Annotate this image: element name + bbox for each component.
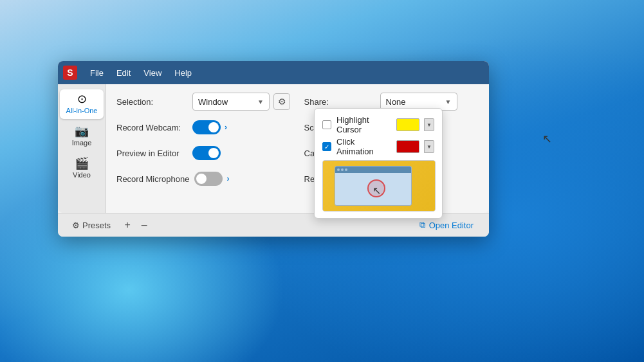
menu-help[interactable]: Help — [169, 66, 197, 80]
editor-icon: ⧉ — [419, 220, 425, 230]
image-icon: 📷 — [75, 125, 89, 137]
record-webcam-chevron[interactable]: › — [225, 123, 227, 132]
sidebar-label-image: Image — [72, 139, 92, 147]
record-webcam-row: Record Webcam: › — [116, 116, 291, 138]
highlight-color-swatch[interactable] — [396, 118, 419, 131]
sidebar-item-video[interactable]: 🎬 Video — [60, 154, 104, 183]
selection-row: Selection: Window ▼ ⚙ — [116, 91, 291, 113]
more-button[interactable]: – — [136, 217, 152, 233]
click-animation-row: ✓ Click Animation ▼ — [322, 137, 434, 156]
record-microphone-toggle-thumb — [196, 174, 207, 184]
record-microphone-row: Record Microphone › — [116, 168, 291, 190]
preview-label: Preview in Editor — [116, 149, 187, 158]
share-value: None — [386, 97, 443, 107]
preview-toggle-thumb — [208, 148, 219, 158]
add-button[interactable]: + — [120, 217, 135, 233]
sidebar-item-image[interactable]: 📷 Image — [60, 122, 104, 151]
preview-cursor-icon: ↖ — [373, 185, 381, 197]
open-editor-label: Open Editor — [429, 221, 474, 230]
selection-dropdown[interactable]: Window ▼ — [192, 93, 270, 111]
menu-bar: File Edit View Help — [85, 66, 197, 80]
presets-area: ⚙ Presets + – — [67, 217, 152, 233]
popup-preview: ↖ — [322, 160, 436, 212]
menu-file[interactable]: File — [85, 66, 109, 80]
mouse-cursor: ↖ — [542, 132, 552, 146]
click-animation-checkbox[interactable]: ✓ — [322, 142, 331, 151]
all-in-one-icon: ⊙ — [77, 93, 87, 105]
menu-view[interactable]: View — [138, 66, 167, 80]
menu-edit[interactable]: Edit — [111, 66, 136, 80]
title-bar: S File Edit View Help — [58, 61, 489, 84]
selection-label: Selection: — [116, 97, 187, 107]
open-editor-button[interactable]: ⧉ Open Editor — [413, 217, 480, 233]
sidebar-label-all-in-one: All-in-One — [66, 107, 98, 115]
pw-dot-1 — [337, 168, 340, 171]
selection-value: Window — [198, 97, 255, 107]
sidebar-label-video: Video — [73, 171, 91, 179]
click-color-dropdown[interactable]: ▼ — [424, 140, 434, 153]
app-logo: S — [63, 66, 77, 80]
record-webcam-toggle[interactable] — [192, 120, 221, 134]
highlight-cursor-label: Highlight Cursor — [336, 115, 391, 134]
sidebar-item-all-in-one[interactable]: ⊙ All-in-One — [60, 89, 104, 119]
add-buttons: + – — [120, 217, 152, 233]
sidebar: ⊙ All-in-One 📷 Image 🎬 Video — [58, 84, 106, 213]
pw-dot-3 — [345, 168, 347, 171]
click-color-swatch[interactable] — [396, 140, 419, 153]
preview-row: Preview in Editor — [116, 142, 291, 164]
share-dropdown-arrow: ▼ — [445, 98, 452, 105]
record-microphone-label: Record Microphone — [116, 174, 189, 184]
video-icon: 🎬 — [75, 158, 89, 169]
presets-gear-icon: ⚙ — [72, 221, 80, 230]
preview-toggle[interactable] — [192, 146, 221, 160]
record-microphone-toggle-wrap: › — [194, 172, 229, 186]
record-webcam-toggle-thumb — [208, 122, 219, 132]
highlight-cursor-row: Highlight Cursor ▼ — [322, 115, 434, 134]
cursor-settings-popup: Highlight Cursor ▼ ✓ Click Animation ▼ ↖ — [314, 108, 443, 219]
presets-label: Presets — [82, 221, 111, 230]
highlight-cursor-checkbox[interactable] — [322, 120, 331, 129]
selection-dropdown-arrow: ▼ — [257, 98, 264, 105]
preview-toggle-wrap — [192, 146, 221, 160]
preview-window-bar — [335, 167, 411, 173]
presets-button[interactable]: ⚙ Presets — [67, 218, 116, 233]
record-microphone-toggle[interactable] — [194, 172, 223, 186]
record-webcam-label: Record Webcam: — [116, 123, 187, 132]
selection-control: Window ▼ ⚙ — [192, 93, 291, 111]
gear-icon: ⚙ — [278, 96, 286, 107]
record-webcam-toggle-wrap: › — [192, 120, 227, 134]
share-label: Share: — [304, 97, 375, 107]
selection-gear-button[interactable]: ⚙ — [273, 93, 290, 110]
click-animation-label: Click Animation — [336, 137, 391, 156]
highlight-color-dropdown[interactable]: ▼ — [424, 118, 434, 131]
record-microphone-chevron[interactable]: › — [226, 174, 229, 183]
pw-dot-2 — [341, 168, 344, 171]
preview-window: ↖ — [335, 166, 412, 206]
